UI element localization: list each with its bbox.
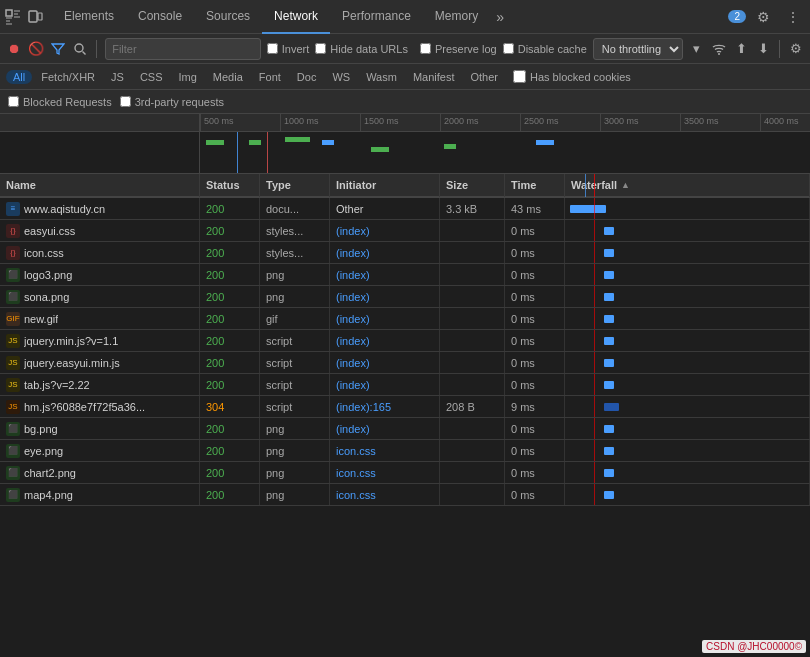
initiator-value[interactable]: (index):165 [336, 401, 391, 413]
table-row[interactable]: JS hm.js?6088e7f72f5a36... 304 script (i… [0, 396, 810, 418]
table-row[interactable]: {} icon.css 200 styles... (index) 0 ms [0, 242, 810, 264]
search-icon[interactable] [72, 39, 88, 59]
filter-tag-other[interactable]: Other [463, 70, 505, 84]
timeline-area[interactable]: 500 ms 1000 ms 1500 ms 2000 ms 2500 ms 3… [0, 114, 810, 174]
table-row[interactable]: ⬛ chart2.png 200 png icon.css 0 ms [0, 462, 810, 484]
th-waterfall[interactable]: Waterfall ▲ [565, 174, 810, 197]
more-options-icon[interactable]: ⋮ [780, 4, 806, 30]
initiator-value[interactable]: (index) [336, 357, 370, 369]
td-initiator[interactable]: icon.css [330, 462, 440, 483]
tab-network[interactable]: Network [262, 0, 330, 34]
td-initiator[interactable]: icon.css [330, 484, 440, 505]
has-blocked-cookies-label[interactable]: Has blocked cookies [513, 70, 631, 83]
initiator-value[interactable]: (index) [336, 225, 370, 237]
initiator-value[interactable]: (index) [336, 291, 370, 303]
settings-icon[interactable]: ⚙ [750, 4, 776, 30]
blocked-requests-checkbox[interactable] [8, 96, 19, 107]
initiator-value[interactable]: icon.css [336, 489, 376, 501]
initiator-value[interactable]: (index) [336, 247, 370, 259]
initiator-value[interactable]: (index) [336, 423, 370, 435]
third-party-checkbox[interactable] [120, 96, 131, 107]
filter-tag-all[interactable]: All [6, 70, 32, 84]
filter-tag-img[interactable]: Img [172, 70, 204, 84]
gear-icon[interactable]: ⚙ [788, 39, 804, 59]
initiator-value[interactable]: (index) [336, 335, 370, 347]
tab-performance[interactable]: Performance [330, 0, 423, 34]
third-party-label[interactable]: 3rd-party requests [120, 96, 224, 108]
status-code: 304 [206, 401, 224, 413]
initiator-value[interactable]: icon.css [336, 467, 376, 479]
td-initiator[interactable]: (index) [330, 374, 440, 395]
td-initiator[interactable]: (index):165 [330, 396, 440, 417]
filter-tag-ws[interactable]: WS [325, 70, 357, 84]
filter-icon[interactable] [50, 39, 66, 59]
invert-checkbox[interactable] [267, 43, 278, 54]
invert-checkbox-label[interactable]: Invert [267, 43, 310, 55]
tab-elements[interactable]: Elements [52, 0, 126, 34]
td-initiator[interactable]: (index) [330, 264, 440, 285]
td-initiator[interactable]: icon.css [330, 440, 440, 461]
filter-tag-fetch-xhr[interactable]: Fetch/XHR [34, 70, 102, 84]
td-initiator[interactable]: (index) [330, 220, 440, 241]
throttle-select[interactable]: No throttling [593, 38, 683, 60]
inspect-icon[interactable] [4, 8, 22, 26]
td-initiator[interactable]: (index) [330, 308, 440, 329]
th-time[interactable]: Time [505, 174, 565, 197]
filter-tag-doc[interactable]: Doc [290, 70, 324, 84]
preserve-log-label[interactable]: Preserve log [420, 43, 497, 55]
td-initiator[interactable]: (index) [330, 418, 440, 439]
more-tabs-button[interactable]: » [490, 9, 510, 25]
resource-type: png [266, 269, 284, 281]
initiator-value[interactable]: (index) [336, 313, 370, 325]
tab-sources[interactable]: Sources [194, 0, 262, 34]
filter-tag-media[interactable]: Media [206, 70, 250, 84]
td-initiator[interactable]: (index) [330, 330, 440, 351]
td-initiator[interactable]: (index) [330, 242, 440, 263]
disable-cache-label[interactable]: Disable cache [503, 43, 587, 55]
table-body[interactable]: ≡ www.aqistudy.cn 200 docu... Other 3.3 … [0, 198, 810, 657]
filter-tag-manifest[interactable]: Manifest [406, 70, 462, 84]
table-row[interactable]: ≡ www.aqistudy.cn 200 docu... Other 3.3 … [0, 198, 810, 220]
filter-tag-css[interactable]: CSS [133, 70, 170, 84]
table-row[interactable]: JS jquery.min.js?v=1.1 200 script (index… [0, 330, 810, 352]
table-row[interactable]: {} easyui.css 200 styles... (index) 0 ms [0, 220, 810, 242]
th-initiator[interactable]: Initiator [330, 174, 440, 197]
filter-input[interactable] [105, 38, 261, 60]
table-row[interactable]: ⬛ eye.png 200 png icon.css 0 ms [0, 440, 810, 462]
device-icon[interactable] [26, 8, 44, 26]
initiator-value[interactable]: (index) [336, 379, 370, 391]
record-stop-icon[interactable]: ⏺ [6, 39, 22, 59]
th-status[interactable]: Status [200, 174, 260, 197]
has-blocked-cookies-checkbox[interactable] [513, 70, 526, 83]
filter-tag-wasm[interactable]: Wasm [359, 70, 404, 84]
hide-data-urls-label[interactable]: Hide data URLs [315, 43, 408, 55]
preserve-log-checkbox[interactable] [420, 43, 431, 54]
upload-icon[interactable]: ⬆ [733, 39, 749, 59]
table-row[interactable]: ⬛ bg.png 200 png (index) 0 ms [0, 418, 810, 440]
clear-icon[interactable]: 🚫 [28, 39, 44, 59]
td-initiator[interactable]: (index) [330, 352, 440, 373]
filter-tag-font[interactable]: Font [252, 70, 288, 84]
td-initiator[interactable]: (index) [330, 286, 440, 307]
initiator-value[interactable]: icon.css [336, 445, 376, 457]
table-row[interactable]: JS tab.js?v=2.22 200 script (index) 0 ms [0, 374, 810, 396]
table-row[interactable]: ⬛ map4.png 200 png icon.css 0 ms [0, 484, 810, 506]
disable-cache-checkbox[interactable] [503, 43, 514, 54]
hide-data-urls-checkbox[interactable] [315, 43, 326, 54]
table-row[interactable]: GIF new.gif 200 gif (index) 0 ms [0, 308, 810, 330]
th-name[interactable]: Name [0, 174, 200, 197]
table-row[interactable]: JS jquery.easyui.min.js 200 script (inde… [0, 352, 810, 374]
tab-memory[interactable]: Memory [423, 0, 490, 34]
download-icon[interactable]: ⬇ [755, 39, 771, 59]
blocked-requests-label[interactable]: Blocked Requests [8, 96, 112, 108]
tab-console[interactable]: Console [126, 0, 194, 34]
filter-tag-js[interactable]: JS [104, 70, 131, 84]
table-row[interactable]: ⬛ sona.png 200 png (index) 0 ms [0, 286, 810, 308]
table-row[interactable]: ⬛ logo3.png 200 png (index) 0 ms [0, 264, 810, 286]
th-size[interactable]: Size [440, 174, 505, 197]
wifi-icon[interactable] [711, 39, 727, 59]
csdn-watermark: CSDN @JHC00000© [702, 640, 806, 653]
initiator-value[interactable]: (index) [336, 269, 370, 281]
throttle-dropdown-icon[interactable]: ▾ [689, 39, 705, 59]
th-type[interactable]: Type [260, 174, 330, 197]
